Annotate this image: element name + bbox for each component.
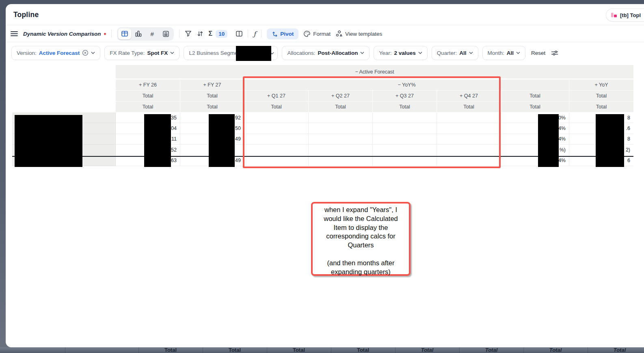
annotation-note: when I expand "Years", I would like the … bbox=[311, 202, 411, 276]
subcol-header[interactable]: Total bbox=[569, 91, 633, 102]
bottom-total-label: Total bbox=[588, 347, 644, 353]
reset-filters-button[interactable]: Reset bbox=[531, 50, 545, 56]
format-button[interactable]: Format bbox=[304, 30, 331, 37]
cell-yoy-pct-total[interactable]: 4% bbox=[501, 123, 569, 134]
bottom-total-label: Total bbox=[459, 347, 523, 353]
block-icon bbox=[611, 12, 617, 18]
divider-under-toolbar bbox=[6, 42, 644, 42]
chart-view-button[interactable] bbox=[132, 28, 145, 39]
number-view-button[interactable]: # bbox=[146, 28, 159, 39]
total-header[interactable]: Total bbox=[569, 102, 633, 113]
column-group-yoy[interactable]: + YoY bbox=[569, 80, 633, 91]
bottom-total-label: Total bbox=[395, 347, 459, 353]
bar-chart-icon bbox=[135, 30, 142, 37]
chevron-down-icon bbox=[91, 52, 95, 54]
subcol-header[interactable]: Total bbox=[116, 91, 180, 102]
toolbar-divider bbox=[179, 30, 179, 38]
table-view-button[interactable] bbox=[118, 28, 131, 39]
hamburger-icon bbox=[11, 31, 18, 37]
total-header[interactable]: Total bbox=[501, 102, 569, 113]
cell-yoy-pct-total[interactable]: 4% bbox=[501, 156, 569, 166]
bottom-total-label: Total bbox=[138, 347, 203, 353]
total-header[interactable]: Total bbox=[180, 102, 244, 113]
sigma-icon: Σ bbox=[209, 30, 213, 37]
sliders-icon bbox=[551, 50, 558, 56]
total-header[interactable]: Total bbox=[116, 102, 180, 113]
filter-button[interactable] bbox=[185, 30, 192, 37]
block-reference-chip[interactable]: [tb] Topl bbox=[606, 9, 644, 22]
block-chip-label: [tb] Topl bbox=[620, 12, 641, 18]
page-title: Topline bbox=[13, 11, 39, 19]
filter-bar: Version: Active Forecast FX Rate Type: S… bbox=[11, 45, 558, 60]
chevron-down-icon bbox=[360, 52, 364, 54]
sort-button[interactable] bbox=[197, 30, 203, 37]
pivot-label: Pivot bbox=[280, 31, 294, 37]
bottom-cutoff-strip: Total Total Total Total Total Total Tota… bbox=[0, 347, 644, 353]
column-group-fy27[interactable]: + FY 27 bbox=[180, 80, 244, 91]
function-icon: ƒ bbox=[253, 30, 256, 38]
toolbar: Dynamic Version Comparison # bbox=[11, 26, 382, 42]
redaction-box-fy27 bbox=[209, 114, 235, 167]
bottom-total-label: Total bbox=[203, 347, 267, 353]
toolbar-divider bbox=[248, 30, 248, 38]
columns-button[interactable] bbox=[236, 31, 242, 37]
unsaved-changes-dot bbox=[104, 33, 106, 35]
view-templates-button[interactable]: View templates bbox=[336, 30, 382, 37]
view-type-switcher: # bbox=[117, 27, 174, 41]
filter-chip-fx-rate[interactable]: FX Rate Type: Spot FX bbox=[104, 46, 179, 60]
table-grid-icon bbox=[121, 31, 128, 37]
bottom-total-label: Total bbox=[523, 347, 588, 353]
toolbar-divider bbox=[261, 30, 261, 38]
palette-icon bbox=[304, 30, 311, 37]
pivot-button[interactable]: Pivot bbox=[267, 28, 298, 39]
redaction-box-yoy bbox=[596, 114, 624, 167]
filter-settings-button[interactable] bbox=[551, 50, 558, 56]
filter-chip-month[interactable]: Month: All bbox=[482, 46, 526, 60]
cell-yoy-pct-total[interactable]: %) bbox=[501, 145, 569, 155]
redaction-box-fy26 bbox=[144, 114, 171, 167]
funnel-icon bbox=[185, 30, 192, 37]
menu-button[interactable] bbox=[11, 31, 18, 37]
filter-chip-allocations[interactable]: Allocations: Post-Allocation bbox=[282, 46, 370, 60]
split-columns-icon bbox=[236, 31, 242, 37]
redaction-box-yoy-pct bbox=[538, 114, 559, 167]
chevron-down-icon bbox=[418, 52, 422, 54]
redaction-box bbox=[236, 46, 271, 61]
view-name[interactable]: Dynamic Version Comparison bbox=[23, 31, 106, 37]
calculation-view-button[interactable] bbox=[160, 28, 173, 39]
cell-yoy-pct-total[interactable]: 4% bbox=[501, 134, 569, 145]
format-label: Format bbox=[313, 31, 331, 37]
sort-arrows-icon bbox=[197, 30, 203, 37]
redaction-box-row-labels bbox=[15, 115, 82, 167]
filter-chip-version[interactable]: Version: Active Forecast bbox=[11, 46, 100, 60]
chevron-down-icon bbox=[516, 52, 520, 54]
subcol-header[interactable]: Total bbox=[501, 91, 569, 102]
subcol-header[interactable]: Total bbox=[180, 91, 244, 102]
pivot-icon bbox=[272, 31, 278, 37]
bottom-total-label: Total bbox=[267, 347, 331, 353]
cell-yoy-pct-total[interactable]: 0% bbox=[501, 113, 569, 123]
divider-under-title bbox=[6, 25, 644, 25]
aggregation-button[interactable]: Σ 10 bbox=[209, 30, 228, 38]
formula-button[interactable]: ƒ bbox=[253, 30, 256, 38]
hash-icon: # bbox=[150, 30, 153, 37]
chevron-down-icon bbox=[469, 52, 473, 54]
view-templates-label: View templates bbox=[345, 31, 382, 37]
annotation-highlight-rectangle bbox=[243, 76, 501, 168]
aggregation-count-badge: 10 bbox=[216, 30, 227, 38]
clear-filter-icon[interactable] bbox=[82, 50, 89, 56]
filter-chip-year[interactable]: Year: 2 values bbox=[374, 46, 427, 60]
toolbar-divider bbox=[111, 30, 112, 38]
templates-shapes-icon bbox=[336, 30, 343, 37]
filter-chip-l2-segment[interactable]: L2 Business Segment: bbox=[184, 46, 278, 60]
column-group-fy26[interactable]: + FY 26 bbox=[116, 80, 180, 91]
bottom-total-label: Total bbox=[331, 347, 395, 353]
calculator-icon bbox=[163, 31, 169, 37]
chevron-down-icon bbox=[170, 52, 174, 54]
filter-chip-quarter[interactable]: Quarter: All bbox=[432, 46, 478, 60]
